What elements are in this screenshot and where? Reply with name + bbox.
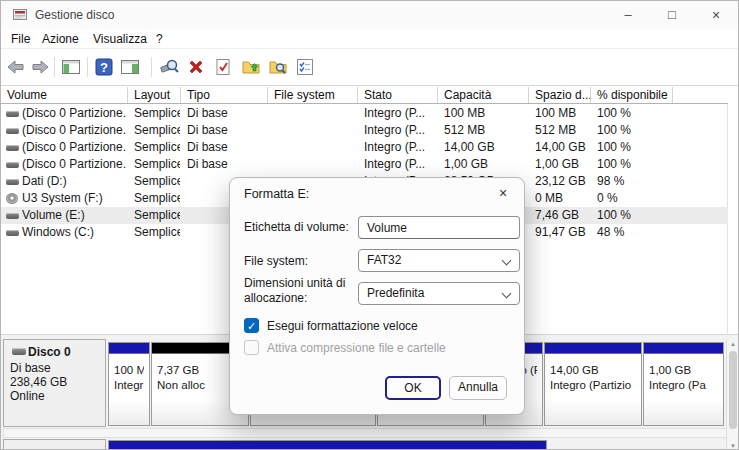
cell-capacita: 1,00 GB: [444, 156, 527, 173]
cell-layout: Semplice: [134, 156, 180, 173]
menu-azione[interactable]: Azione: [42, 32, 79, 46]
col-filesystem[interactable]: File system: [268, 87, 358, 103]
cell-volume: Windows (C:): [22, 224, 127, 241]
partition-size-label: 1,00 GB: [649, 363, 718, 378]
cell-capacita: 14,00 GB: [444, 139, 527, 156]
cell-stato: Integro (P...: [364, 122, 436, 139]
volume-label-input[interactable]: [358, 216, 520, 239]
col-tipo[interactable]: Tipo: [181, 87, 268, 103]
drive-icon: [6, 162, 19, 168]
ok-button[interactable]: OK: [385, 376, 441, 400]
col-stato[interactable]: Stato: [358, 87, 438, 103]
toolbar: ?: [1, 49, 738, 86]
cell-spazio: 23,12 GB: [535, 173, 589, 190]
compression-label: Attiva compressione file e cartelle: [267, 341, 446, 355]
minimize-button[interactable]: –: [606, 1, 650, 29]
toolbar-separator: [87, 57, 88, 77]
forward-icon[interactable]: [30, 57, 50, 77]
horizontal-scrollbar[interactable]: [3, 428, 727, 438]
vertical-scrollbar[interactable]: ▲ ▼: [726, 339, 738, 450]
partition-stripe: [109, 343, 149, 354]
cell-disponibile: 48 %: [597, 224, 671, 241]
cell-disponibile: 100 %: [597, 139, 671, 156]
cell-stato: Integro (P...: [364, 156, 436, 173]
disk-management-window: Gestione disco – □ × File Azione Visuali…: [0, 0, 739, 450]
cell-volume: Dati (D:): [22, 173, 127, 190]
toolbar-separator: [54, 57, 55, 77]
cell-disponibile: 0 %: [597, 190, 671, 207]
dialog-close-icon[interactable]: ×: [494, 184, 512, 202]
menu-bar: File Azione Visualizza ?: [1, 29, 738, 49]
menu-file[interactable]: File: [11, 32, 30, 46]
partition-size-label: 100 M: [114, 363, 144, 378]
help-icon[interactable]: ?: [94, 57, 114, 77]
cell-volume: Volume (E:): [22, 207, 127, 224]
maximize-button[interactable]: □: [650, 1, 694, 29]
window-title: Gestione disco: [35, 8, 114, 22]
chevron-down-icon: [502, 256, 512, 266]
cell-capacita: 512 MB: [444, 122, 527, 139]
cell-tipo: Di base: [187, 156, 265, 173]
folder-up-icon[interactable]: [241, 57, 261, 77]
filesystem-value: FAT32: [367, 253, 401, 267]
cell-volume: (Disco 0 Partizione...: [22, 139, 127, 156]
cell-stato: Integro (P...: [364, 139, 436, 156]
close-button[interactable]: ×: [694, 1, 738, 29]
partition-stripe: [644, 343, 723, 354]
cell-spazio: 91,47 GB: [535, 224, 589, 241]
cancel-button[interactable]: Annulla: [449, 376, 507, 400]
document-check-icon[interactable]: [213, 57, 233, 77]
scrollbar-up-icon[interactable]: ▲: [727, 339, 739, 349]
cell-volume: (Disco 0 Partizione...: [22, 105, 127, 122]
toolbar-separator: [151, 57, 152, 77]
action-pane-icon[interactable]: [120, 57, 140, 77]
scrollbar-down-icon[interactable]: ▼: [727, 441, 739, 450]
dialog-title: Formatta E:: [244, 187, 309, 201]
drive-icon: [6, 213, 19, 219]
cell-spazio: 100 MB: [535, 105, 589, 122]
partition-block[interactable]: 1,00 GBIntegro (Pa: [643, 342, 724, 426]
filesystem-caption: File system:: [244, 254, 308, 268]
menu-help[interactable]: ?: [156, 32, 163, 46]
table-row[interactable]: (Disco 0 Partizione... Semplice Di base …: [1, 139, 728, 156]
col-layout[interactable]: Layout: [128, 87, 181, 103]
app-icon: [13, 8, 28, 25]
allocation-select[interactable]: Predefinita: [358, 282, 520, 305]
back-icon[interactable]: [6, 57, 26, 77]
col-disponibile[interactable]: % disponibile: [591, 87, 673, 103]
allocation-caption: Dimensioni unità di allocazione:: [244, 276, 356, 306]
partition-status-label: Integro (Pa: [649, 378, 718, 393]
partition-block[interactable]: 14,00 GBIntegro (Partizio: [544, 342, 642, 426]
delete-x-icon[interactable]: [186, 57, 206, 77]
folder-search-icon[interactable]: [268, 57, 288, 77]
cell-spazio: 7,46 GB: [535, 207, 589, 224]
cell-layout: Semplice: [134, 173, 180, 190]
partition-status-label: Integr: [114, 378, 144, 393]
cell-disponibile: 100 %: [597, 156, 671, 173]
table-row[interactable]: (Disco 0 Partizione... Semplice Di base …: [1, 105, 728, 122]
cell-stato: Integro (P...: [364, 105, 436, 122]
cell-disponibile: 98 %: [597, 173, 671, 190]
table-row[interactable]: (Disco 0 Partizione... Semplice Di base …: [1, 122, 728, 139]
cell-spazio: 0 MB: [535, 190, 589, 207]
col-spazio[interactable]: Spazio d...: [529, 87, 591, 103]
menu-visualizza[interactable]: Visualizza: [93, 32, 147, 46]
table-row[interactable]: (Disco 0 Partizione... Semplice Di base …: [1, 156, 728, 173]
compression-checkbox[interactable]: [244, 340, 259, 355]
drive-icon: [6, 230, 19, 236]
cell-disponibile: 100 %: [597, 105, 671, 122]
console-tree-icon[interactable]: [61, 57, 81, 77]
partition-blocks: [1, 439, 725, 450]
checklist-icon[interactable]: [295, 57, 315, 77]
device-search-icon[interactable]: [159, 57, 179, 77]
table-header: Volume Layout Tipo File system Stato Cap…: [1, 86, 728, 104]
partition-block[interactable]: [108, 440, 547, 450]
volume-label-caption: Etichetta di volume:: [244, 220, 349, 234]
allocation-value: Predefinita: [367, 286, 424, 300]
col-capacita[interactable]: Capacità: [438, 87, 529, 103]
col-volume[interactable]: Volume: [1, 87, 128, 103]
quick-format-checkbox[interactable]: ✓: [244, 318, 259, 333]
filesystem-select[interactable]: FAT32: [358, 249, 520, 272]
partition-block[interactable]: 100 MIntegr: [108, 342, 150, 426]
scrollbar-thumb[interactable]: [729, 351, 737, 429]
